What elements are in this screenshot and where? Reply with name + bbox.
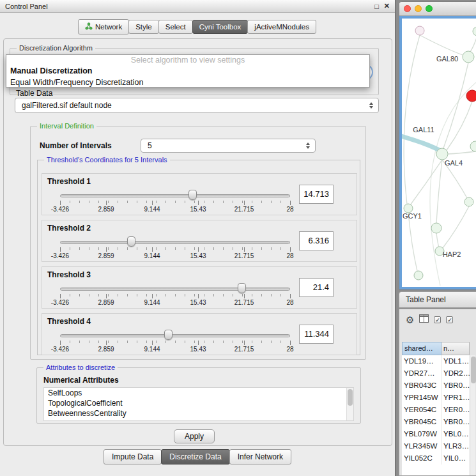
table-row[interactable]: YBL079WYBL0…: [402, 428, 470, 440]
table-data-label: Table Data: [16, 89, 52, 98]
attribute-item[interactable]: BetweennessCentrality: [44, 408, 353, 418]
tab-network[interactable]: Network: [78, 19, 129, 35]
attribute-list[interactable]: SelfLoopsTopologicalCoefficientBetweenne…: [43, 387, 354, 421]
table-row[interactable]: YDR27…YDR2…: [402, 367, 470, 380]
node-gal80[interactable]: [463, 51, 474, 63]
threshold-slider[interactable]: -3.4262.8599.14415.4321.71528: [60, 329, 290, 353]
table-row[interactable]: YPR145WYPR1…: [402, 392, 470, 404]
table-cell: YDL1…: [441, 355, 470, 367]
table-row[interactable]: YBR045CYBR0…: [402, 416, 470, 428]
table-row[interactable]: YLR345WYLR3…: [402, 440, 470, 452]
tab-label: Infer Network: [238, 452, 283, 461]
float-window-icon[interactable]: □: [374, 3, 379, 10]
table-scrollbar[interactable]: [470, 355, 475, 475]
threshold-panel: Threshold 4 -3.4262.8599.14415.4321.7152…: [42, 313, 357, 355]
network-canvas[interactable]: GAL80 GAL11 GAL4 GCY1 HAP2: [402, 19, 476, 287]
number-of-intervals-combo[interactable]: 5: [141, 139, 316, 153]
threshold-value-field[interactable]: 21.4: [299, 278, 334, 297]
node[interactable]: [414, 271, 423, 280]
table-row[interactable]: YER054CYER0…: [402, 404, 470, 416]
screen: Control Panel □ ✕ Network Style Select C…: [0, 0, 476, 476]
node[interactable]: [415, 26, 424, 35]
threshold-value-field[interactable]: 11.344: [299, 325, 334, 344]
node[interactable]: [473, 27, 476, 36]
tick-label: 9.144: [144, 252, 160, 259]
slider-track[interactable]: [60, 241, 290, 244]
node-selected-red[interactable]: [466, 90, 476, 102]
node[interactable]: [464, 197, 473, 206]
slider-thumb[interactable]: [238, 283, 246, 293]
tab-impute-data[interactable]: Impute Data: [104, 449, 162, 464]
table-row[interactable]: YDL19…YDL1…: [402, 355, 470, 367]
threshold-value-field[interactable]: 14.713: [299, 185, 334, 204]
slider-thumb[interactable]: [127, 236, 135, 247]
apply-button[interactable]: Apply: [174, 429, 215, 443]
close-icon[interactable]: ✕: [384, 2, 390, 10]
tick-label: 21.715: [234, 206, 254, 213]
tab-label: jActiveMNodules: [254, 23, 309, 31]
network-view-window: GAL80 GAL11 GAL4 GCY1 HAP2: [399, 1, 476, 290]
node[interactable]: [470, 141, 476, 151]
scrollbar-thumb[interactable]: [471, 357, 476, 383]
node-label-hap2: HAP2: [443, 250, 461, 258]
zoom-button[interactable]: [426, 5, 433, 12]
tab-label: Select: [165, 23, 186, 31]
attribute-item[interactable]: SelfLoops: [44, 388, 353, 398]
tick-label: 28: [286, 206, 293, 213]
interval-definition-group: Interval Definition Number of Intervals …: [30, 126, 366, 360]
table-cell: YDR2…: [441, 367, 470, 380]
popup-option-equal-width-frequency[interactable]: Equal Width/Frequency Discretization: [6, 77, 369, 88]
group-title: Discretization Algorithm: [17, 44, 95, 52]
tab-cyni-toolbox[interactable]: Cyni Toolbox: [192, 20, 249, 34]
popup-prompt: Select algorithm to view settings: [6, 55, 369, 65]
close-button[interactable]: [404, 5, 411, 12]
table-cell: YIL0…: [441, 452, 470, 464]
slider-track[interactable]: [60, 288, 290, 291]
attribute-item[interactable]: TopologicalCoefficient: [44, 398, 353, 408]
tab-style[interactable]: Style: [128, 20, 159, 34]
threshold-value-field[interactable]: 6.316: [299, 231, 334, 250]
table-row[interactable]: YBR043CYBR0…: [402, 380, 470, 392]
threshold-label: Threshold 2: [47, 224, 91, 233]
minimize-button[interactable]: [415, 5, 422, 12]
popup-option-manual-discretization[interactable]: Manual Discretization: [6, 65, 369, 77]
table-cell: YDR27…: [402, 367, 441, 380]
table-data-combo[interactable]: galFiltered.sif default node: [15, 98, 379, 113]
threshold-slider[interactable]: -3.4262.8599.14415.4321.71528: [60, 236, 290, 260]
tab-infer-network[interactable]: Infer Network: [229, 449, 291, 464]
group-title: Attributes to discretize: [43, 364, 118, 371]
tab-jactivemnodules[interactable]: jActiveMNodules: [247, 20, 316, 34]
table-toolbar: ⚙ ✓ ✓: [399, 309, 476, 330]
table-body: YDL19…YDL1…YDR27…YDR2…YBR043CYBR0…YPR145…: [402, 355, 470, 475]
slider-thumb[interactable]: [188, 190, 197, 200]
table-cell: YBR0…: [441, 416, 470, 428]
tab-label: Style: [135, 23, 152, 31]
table-row[interactable]: YIL052CYIL0…: [402, 452, 470, 464]
scrollbar-thumb[interactable]: [348, 389, 353, 406]
tab-select[interactable]: Select: [158, 20, 193, 34]
tab-discretize-data[interactable]: Discretize Data: [161, 449, 229, 464]
slider-major-ticks: [60, 201, 291, 205]
attribute-list-scrollbar[interactable]: [346, 388, 353, 420]
column-header-name[interactable]: n…: [441, 342, 470, 355]
tick-label: 15.43: [190, 252, 206, 259]
node[interactable]: [431, 223, 441, 233]
threshold-slider[interactable]: -3.4262.8599.14415.4321.71528: [60, 282, 290, 307]
select-all-checkbox-icon[interactable]: ✓: [434, 316, 441, 323]
threshold-slider[interactable]: -3.4262.8599.14415.4321.71528: [60, 189, 290, 213]
select-column-checkbox-icon[interactable]: ✓: [446, 316, 453, 323]
tab-label: Discretize Data: [169, 452, 221, 461]
columns-icon[interactable]: [419, 314, 429, 325]
table-panel-header: Table Panel: [399, 291, 476, 308]
table-cell: YBR0…: [441, 380, 470, 392]
window-title: Control Panel: [5, 3, 369, 10]
slider-track[interactable]: [60, 194, 290, 197]
column-header-shared-name[interactable]: shared…: [402, 342, 441, 355]
table-cell: YER054C: [402, 404, 441, 416]
threshold-label: Threshold 4: [47, 317, 91, 326]
slider-track[interactable]: [60, 334, 290, 337]
node-gcy1[interactable]: [404, 204, 413, 213]
gear-icon[interactable]: ⚙: [406, 315, 414, 325]
slider-thumb[interactable]: [164, 330, 173, 340]
node-gal4[interactable]: [436, 148, 448, 160]
